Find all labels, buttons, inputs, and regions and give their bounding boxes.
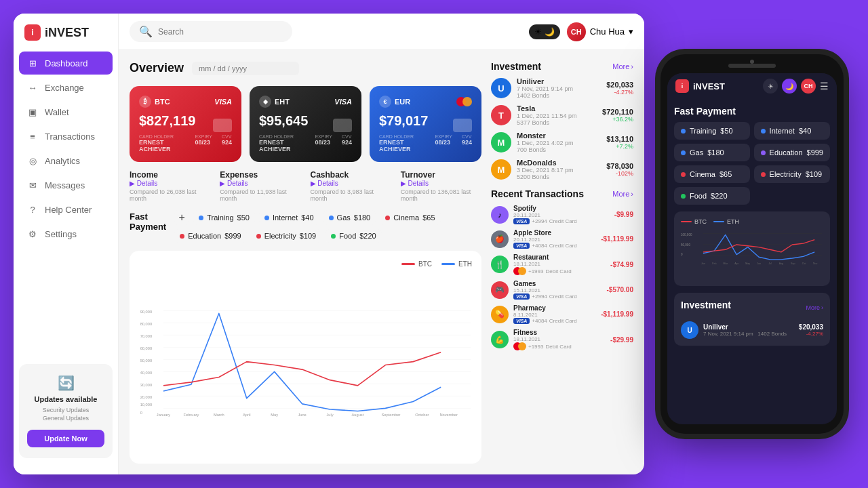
phone-cinema-amount: $65 [719,170,732,178]
date-input[interactable] [192,62,299,75]
phone-fp-internet[interactable]: Internet $40 [754,122,830,140]
phone-food-dot [681,194,686,199]
expenses-link[interactable]: ▶ Details [220,180,300,187]
phone-training-label: Training [690,127,716,135]
phone-fp-cinema[interactable]: Cinema $65 [674,165,750,183]
sidebar-item-analytics[interactable]: ◎ Analytics [19,149,113,172]
phone-camera [750,60,754,64]
phone-avatar: CH [801,79,816,94]
sidebar-item-transactions[interactable]: ≡ Transactions [19,125,113,148]
tag-electricity[interactable]: Electricity $109 [251,229,322,243]
monster-name: Monster [517,131,601,140]
phone-fp-education[interactable]: Education $999 [754,144,830,161]
income-link[interactable]: ▶ Details [130,180,210,187]
tag-food[interactable]: Food $220 [326,229,382,243]
phone-content: Fast Payment Training $50 Internet $40 [667,99,837,352]
transactions-more-button[interactable]: More › [612,190,633,198]
tag-education[interactable]: Education $999 [174,229,246,243]
pharmacy-icon: 💊 [491,306,509,323]
mcdonalds-amount: $78,030 -102% [606,162,633,177]
main-content: 🔍 ☀ 🌙 CH Chu Hua ▾ Overv [119,14,644,474]
phone-screen: i iNVEST ☀ 🌙 CH ☰ Fast Payment Traini [667,73,837,424]
investment-title: Investment [491,61,541,72]
hamburger-icon[interactable]: ☰ [820,81,829,92]
cashback-title: Cashback [311,170,391,180]
svg-text:March: March [214,413,224,417]
uniliver-date: 7 Nov, 2021 9:14 pm [517,85,601,92]
help-icon: ? [27,204,38,215]
apple-card-num: +4084 [532,243,547,249]
svg-text:90,000: 90,000 [140,310,153,314]
sidebar-item-exchange[interactable]: ↔ Exchange [19,76,113,99]
uniliver-info: Uniliver 7 Nov, 2021 9:14 pm 1402 Bonds [517,77,601,99]
cashback-link[interactable]: ▶ Details [311,180,391,187]
income-title: Income [130,170,210,180]
phone-investment-more[interactable]: More › [806,304,823,311]
mcdonalds-change: -102% [606,170,633,177]
phone-cinema-dot [681,172,686,177]
uniliver-amount: $20,033 -4.27% [606,81,633,96]
add-payment-button[interactable]: + [174,210,189,225]
search-box[interactable]: 🔍 [130,21,292,42]
food-label: Food [339,232,356,240]
svg-text:10,000: 10,000 [140,403,153,407]
apple-amount: -$1,119.99 [601,235,633,243]
visa-logo-btc: VISA [214,98,232,106]
investment-more-button[interactable]: More › [612,62,633,70]
games-visa: VISA [513,293,530,300]
phone-fp-food[interactable]: Food $220 [674,187,750,205]
dashboard-icon: ⊞ [27,58,38,68]
tesla-change: +36.2% [602,116,633,123]
svg-text:August: August [352,413,364,417]
games-card-num: +2994 [532,293,547,300]
sidebar-item-help[interactable]: ? Help Center [19,198,113,221]
phone-uniliver-name: Uniliver [703,323,794,331]
phone-fp-training[interactable]: Training $50 [674,122,750,140]
phone-cinema-label: Cinema [690,170,715,178]
sidebar-item-label: Wallet [45,107,69,117]
sidebar-item-dashboard[interactable]: ⊞ Dashboard [19,52,113,75]
svg-text:Feb: Feb [712,262,716,265]
update-now-button[interactable]: Update Now [27,430,104,447]
sidebar-item-settings[interactable]: ⚙ Settings [19,222,113,245]
cashback-compare: Compared to 3,983 last month [311,188,391,202]
holder-value: ERNEST ACHIEVER [139,139,185,152]
user-info: CH Chu Hua ▾ [567,22,633,41]
cvv-value: 924 [222,139,232,146]
fast-payment: FastPayment + Training $50 Internet $40 [130,210,481,243]
tag-training[interactable]: Training $50 [193,210,255,225]
spotify-visa: VISA [513,218,530,224]
phone-moon-btn[interactable]: 🌙 [782,79,797,94]
phone-logo-icon: i [675,79,689,93]
phone-frame: i iNVEST ☀ 🌙 CH ☰ Fast Payment Traini [660,54,844,434]
transactions-header: Recent Transactions More › [491,188,633,199]
expiry-label: Expiry [195,134,212,139]
uniliver-type: 1402 Bonds [517,92,601,99]
training-amount: $50 [237,214,250,222]
phone-gas-label: Gas [690,148,703,157]
sidebar-item-wallet[interactable]: ▣ Wallet [19,100,113,123]
topbar: 🔍 ☀ 🌙 CH Chu Hua ▾ [119,14,644,50]
tag-cinema[interactable]: Cinema $65 [380,210,440,225]
phone-investment-title: Investment [681,300,731,310]
phone-fp-gas[interactable]: Gas $180 [674,144,750,161]
overview-title: Overview [130,61,184,75]
phone-fp-electricity[interactable]: Electricity $109 [754,165,830,183]
left-panel: Overview ₿ BTC VISA $827, [130,61,481,464]
search-input[interactable] [158,27,283,37]
tag-gas[interactable]: Gas $180 [323,210,376,225]
turnover-link[interactable]: ▶ Details [401,180,481,187]
theme-toggle[interactable]: ☀ 🌙 [529,24,560,39]
training-dot [199,216,203,220]
tx-restaurant: 🍴 Restaurant 18.11.2021 +1993 [491,253,633,275]
phone-sun-btn[interactable]: ☀ [763,79,778,94]
sidebar-item-messages[interactable]: ✉ Messages [19,174,113,197]
svg-text:Sep: Sep [791,262,795,265]
gas-amount: $180 [354,214,370,222]
svg-text:May: May [271,413,278,417]
expiry-label-eur: Expiry [435,134,452,139]
sidebar: i iNVEST ⊞ Dashboard ↔ Exchange ▣ Wallet… [14,14,119,474]
tag-internet[interactable]: Internet $40 [259,210,319,225]
games-date: 15.11.2021 [513,287,602,293]
holder-label-eur: Card Holder [379,134,425,139]
